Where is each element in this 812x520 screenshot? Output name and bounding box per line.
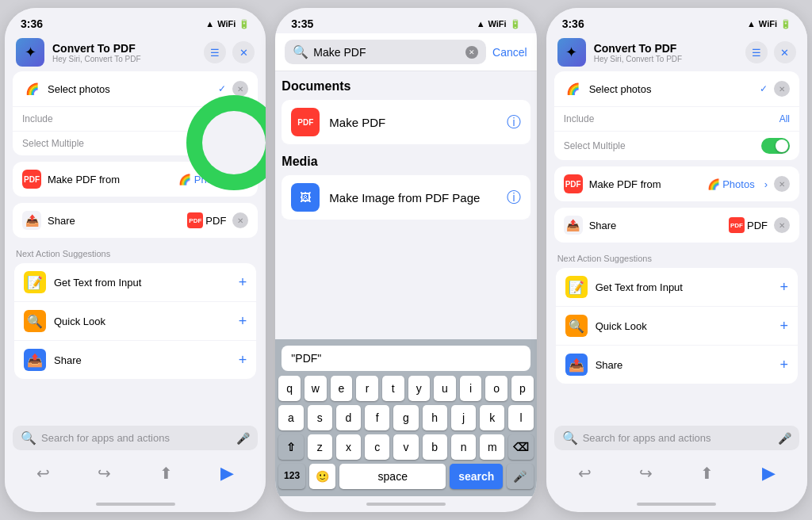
middle-make-pdf-result[interactable]: PDF Make PDF ⓘ [282,100,530,145]
kb-o[interactable]: o [485,376,508,401]
right-select-multiple-row[interactable]: Select Multiple [554,132,799,160]
right-mic-icon[interactable]: 🎤 [778,432,791,445]
left-suggestion-quick-look[interactable]: 🔍 Quick Look + [14,302,256,341]
right-check-badge: ✓ [760,83,768,94]
kb-f[interactable]: f [365,405,389,430]
left-share-row[interactable]: 📤 Share PDF PDF ✕ [13,203,258,238]
right-dismiss-btn[interactable]: ✕ [774,81,790,97]
left-share-label: Share [48,215,181,227]
right-toggle[interactable] [761,138,790,154]
left-close-button[interactable]: ✕ [232,41,255,63]
kb-r[interactable]: r [356,376,378,401]
kb-a[interactable]: a [278,405,303,430]
right-suggestion-quick-look[interactable]: 🔍 Quick Look + [556,307,798,346]
kb-g[interactable]: g [393,405,418,430]
kb-emoji[interactable]: 🙂 [309,464,335,489]
left-make-pdf-icon: PDF [22,170,41,189]
kb-shift[interactable]: ⇧ [278,434,303,460]
left-status-icons: ▲ WiFi 🔋 [205,19,250,29]
right-phone-panel: 3:36 ▲ WiFi 🔋 ✦ Convert To PDF Hey Siri,… [546,8,807,512]
right-quick-look-add[interactable]: + [779,318,788,335]
right-get-text-add[interactable]: + [779,279,788,296]
left-mic-icon[interactable]: 🎤 [236,432,250,445]
left-share-sugg-label: Share [54,354,231,366]
left-dismiss-btn[interactable]: ✕ [232,81,248,97]
middle-search-clear[interactable]: ✕ [465,46,478,59]
right-suggestion-share[interactable]: 📤 Share + [556,346,798,384]
kb-y[interactable]: y [408,376,431,401]
left-nav-back[interactable]: ↩ [36,464,50,483]
kb-m[interactable]: m [480,434,504,460]
right-make-pdf-dismiss[interactable]: ✕ [774,176,790,192]
kb-n[interactable]: n [451,434,476,460]
right-nav-play[interactable]: ▶ [762,463,776,484]
kb-t[interactable]: t [382,376,404,401]
right-share-row[interactable]: 📤 Share PDF PDF ✕ [554,208,799,243]
right-search-bar[interactable]: 🔍 Search for apps and actions 🎤 [554,426,799,450]
kb-j[interactable]: j [451,405,476,430]
kb-space[interactable]: space [339,464,446,489]
right-suggestion-get-text[interactable]: 📝 Get Text from Input + [556,268,798,307]
kb-b[interactable]: b [423,434,447,460]
kb-h[interactable]: h [423,405,447,430]
kb-mic[interactable]: 🎤 [507,464,533,489]
right-make-pdf-row[interactable]: PDF Make PDF from 🌈 Photos › ✕ [554,166,799,201]
middle-search-bar-area[interactable]: 🔍 Make PDF ✕ Cancel [275,33,536,71]
left-pdf-badge: PDF PDF [187,212,226,228]
kb-d[interactable]: d [336,405,361,430]
kb-i[interactable]: i [460,376,482,401]
middle-signal-icon: ▲ [477,19,485,29]
kb-x[interactable]: x [336,434,361,460]
middle-wifi-icon: WiFi [488,19,507,29]
kb-v[interactable]: v [393,434,418,460]
kb-z[interactable]: z [308,434,332,460]
kb-delete[interactable]: ⌫ [508,434,533,460]
left-menu-button[interactable]: ☰ [204,41,226,63]
left-suggestion-get-text[interactable]: 📝 Get Text from Input + [14,263,256,302]
left-nav-share[interactable]: ⬆ [159,464,173,483]
right-pdf-badge: PDF PDF [729,217,768,233]
left-nav-play[interactable]: ▶ [220,463,234,484]
right-suggestions-title: Next Action Suggestions [556,254,798,268]
kb-search[interactable]: search [450,464,503,489]
kb-q[interactable]: q [278,376,301,401]
middle-make-pdf-info-icon[interactable]: ⓘ [507,113,521,132]
right-close-button[interactable]: ✕ [774,41,796,63]
right-make-pdf-card: PDF Make PDF from 🌈 Photos › ✕ [554,166,799,201]
middle-make-image-result[interactable]: 🖼 Make Image from PDF Page ⓘ [282,175,530,220]
right-nav-back[interactable]: ↩ [578,464,592,483]
right-photos-action-icon: 🌈 [564,79,583,98]
middle-search-input[interactable]: 🔍 Make PDF ✕ [285,40,486,64]
right-select-photos-row[interactable]: 🌈 Select photos ✓ ✕ [554,71,799,107]
right-nav-share[interactable]: ⬆ [700,464,714,483]
left-time: 3:36 [21,17,43,30]
right-share-sugg-add[interactable]: + [779,357,788,373]
right-share-dismiss[interactable]: ✕ [774,217,790,233]
kb-u[interactable]: u [434,376,456,401]
left-quick-look-add[interactable]: + [239,313,247,330]
left-search-bar[interactable]: 🔍 Search for apps and actions 🎤 [13,426,258,450]
middle-make-image-info-icon[interactable]: ⓘ [507,188,521,207]
kb-p[interactable]: p [511,376,534,401]
right-nav-fwd[interactable]: ↪ [639,464,653,483]
right-toggle-thumb [776,140,788,152]
right-status-bar: 3:36 ▲ WiFi 🔋 [546,8,807,33]
left-share-sugg-add[interactable]: + [239,352,247,369]
right-make-pdf-label: Make PDF from [589,178,701,190]
kb-w[interactable]: w [304,376,327,401]
middle-cancel-btn[interactable]: Cancel [492,46,527,59]
right-menu-button[interactable]: ☰ [745,41,768,63]
kb-s[interactable]: s [308,405,332,430]
kb-123[interactable]: 123 [278,464,304,489]
kb-e[interactable]: e [331,376,353,401]
left-status-bar: 3:36 ▲ WiFi 🔋 [5,8,266,33]
kb-l[interactable]: l [508,405,533,430]
kb-k[interactable]: k [480,405,504,430]
left-share-dismiss[interactable]: ✕ [232,212,248,228]
left-nav-fwd[interactable]: ↪ [98,464,111,483]
left-suggestion-share[interactable]: 📤 Share + [14,341,256,379]
left-get-text-add[interactable]: + [239,274,247,291]
kb-c[interactable]: c [365,434,389,460]
right-quick-look-label: Quick Look [596,320,772,332]
left-phone-panel: 3:36 ▲ WiFi 🔋 ✦ Convert To PDF Hey Siri,… [5,8,266,512]
